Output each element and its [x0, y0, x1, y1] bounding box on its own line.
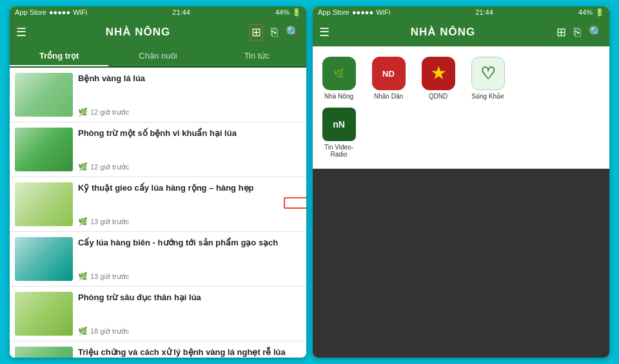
copy-icon-left[interactable]: ⎘	[271, 26, 278, 39]
wifi-right: WiFi	[376, 8, 390, 16]
leaf-icon-3: 🌿	[78, 217, 88, 226]
news-title-2: Phòng trừ một số bệnh vi khuẩn hại lúa	[78, 128, 301, 139]
news-title-6: Triệu chứng và cách xử lý bệnh vàng lá n…	[78, 347, 301, 358]
left-phone: App Store ●●●●● WiFi 21:44 44% 🔋 ☰ NHÀ N…	[10, 6, 306, 358]
app-item-nn[interactable]: nN Tin Video-Radio	[318, 108, 360, 158]
app-icon-nn: nN	[322, 108, 356, 141]
tab-trong-trot[interactable]: Trồng trọt	[10, 46, 108, 66]
news-content-4: Cấy lúa hàng biên - hướng tới sản phẩm g…	[78, 237, 301, 281]
news-title-4: Cấy lúa hàng biên - hướng tới sản phẩm g…	[78, 237, 301, 249]
news-time-2: 🌿 12 giờ trước	[78, 162, 301, 171]
news-time-text-4: 13 giờ trước	[90, 273, 129, 281]
menu-icon-left[interactable]: ☰	[16, 25, 26, 39]
tab-chan-nuoi[interactable]: Chăn nuôi	[108, 46, 207, 66]
news-time-3: 🌿 13 giờ trước	[78, 217, 301, 226]
app-icon-qdnd: ★	[422, 57, 455, 90]
app-icon-songkhoe: ♡	[471, 57, 505, 90]
header-right: ☰ NHÀ NÔNG ⊞ ⎘ 🔍	[313, 18, 609, 46]
news-time-4: 🌿 13 giờ trước	[78, 272, 301, 281]
news-content-3: Kỹ thuật gieo cấy lúa hàng rộng – hàng h…	[78, 182, 301, 226]
news-content-2: Phòng trừ một số bệnh vi khuẩn hại lúa 🌿…	[78, 128, 301, 171]
wifi-left: WiFi	[73, 8, 87, 16]
app-item-songkhoe[interactable]: ♡ Sống Khỏe	[467, 57, 509, 100]
grid-icon-left[interactable]: ⊞	[250, 24, 263, 41]
carrier-right: App Store	[318, 8, 349, 16]
status-left-right: App Store ●●●●● WiFi	[318, 8, 390, 16]
header-title-right: NHÀ NÔNG	[411, 26, 476, 39]
news-time-text-1: 12 giờ trước	[90, 108, 129, 117]
status-right-right: 44% 🔋	[578, 8, 604, 17]
news-item-4[interactable]: Cấy lúa hàng biên - hướng tới sản phẩm g…	[10, 232, 306, 287]
right-phone: App Store ●●●●● WiFi 21:44 44% 🔋 ☰ NHÀ N…	[313, 6, 609, 358]
news-content-6: Triệu chứng và cách xử lý bệnh vàng lá n…	[78, 347, 301, 358]
status-right-left: 44% 🔋	[275, 8, 301, 17]
app-item-qdnd[interactable]: ★ QDND	[417, 57, 459, 100]
news-title-5: Phòng trừ sâu đục thân hại lúa	[78, 292, 301, 303]
app-label-songkhoe: Sống Khỏe	[471, 93, 504, 100]
app-icon-nhanong: 🌿	[322, 57, 356, 90]
news-list-wrapper: Bệnh vàng lá lúa 🌿 12 giờ trước Phòng tr…	[10, 68, 306, 358]
news-thumb-3	[15, 182, 73, 226]
app-grid-row1: 🌿 Nhà Nông ND Nhân Dân ★ QDND ♡ Sống Khỏ…	[318, 54, 604, 102]
header-icons-right: ⊞ ⎘ 🔍	[556, 25, 603, 39]
time-left: 21:44	[172, 8, 190, 16]
news-thumb-4	[15, 237, 73, 281]
leaf-icon-4: 🌿	[78, 272, 88, 281]
nhanong-leaf: 🌿	[333, 68, 344, 79]
app-item-nhanong[interactable]: 🌿 Nhà Nông	[318, 57, 360, 100]
signal-dots-left: ●●●●●	[49, 8, 70, 16]
news-item-5[interactable]: Phòng trừ sâu đục thân hại lúa 🌿 18 giờ …	[10, 287, 306, 341]
copy-icon-right[interactable]: ⎘	[574, 26, 581, 39]
grid-icon-right[interactable]: ⊞	[556, 25, 566, 39]
arrow-annotation	[284, 191, 306, 218]
app-label-qdnd: QDND	[429, 93, 447, 100]
battery-pct-right: 44%	[578, 8, 593, 16]
app-icon-nhandan: ND	[372, 57, 406, 90]
header-icons-left: ⊞ ⎘ 🔍	[250, 24, 300, 41]
news-time-text-2: 12 giờ trước	[90, 163, 129, 171]
news-content-1: Bệnh vàng lá lúa 🌿 12 giờ trước	[78, 73, 301, 117]
news-list: Bệnh vàng lá lúa 🌿 12 giờ trước Phòng tr…	[10, 68, 306, 358]
news-time-text-5: 18 giờ trước	[90, 327, 129, 336]
signal-dots-right: ●●●●●	[352, 8, 373, 16]
carrier-left: App Store	[15, 8, 46, 16]
leaf-icon-2: 🌿	[78, 162, 88, 171]
news-thumb-1	[15, 73, 73, 117]
news-time-text-3: 13 giờ trước	[90, 218, 129, 226]
app-label-nn: Tin Video-Radio	[318, 144, 360, 158]
battery-icon-left: 🔋	[292, 8, 301, 17]
app-grid-overlay: 🌿 Nhà Nông ND Nhân Dân ★ QDND ♡ Sống Khỏ…	[313, 46, 609, 169]
news-thumb-5	[15, 292, 73, 336]
search-icon-right[interactable]: 🔍	[589, 25, 603, 39]
news-title-3: Kỹ thuật gieo cấy lúa hàng rộng – hàng h…	[78, 182, 301, 194]
tabs-left: Trồng trọt Chăn nuôi Tin tức	[10, 46, 306, 68]
header-title-left: NHÀ NÔNG	[106, 26, 171, 39]
news-thumb-2	[15, 128, 73, 171]
svg-rect-2	[285, 198, 306, 207]
news-time-5: 🌿 18 giờ trước	[78, 327, 301, 336]
battery-icon-right: 🔋	[595, 8, 604, 17]
search-icon-left[interactable]: 🔍	[286, 25, 300, 39]
app-item-nhandan[interactable]: ND Nhân Dân	[368, 57, 409, 100]
news-title-1: Bệnh vàng lá lúa	[78, 73, 301, 84]
status-bar-left: App Store ●●●●● WiFi 21:44 44% 🔋	[10, 6, 306, 18]
header-left: ☰ NHÀ NÔNG ⊞ ⎘ 🔍	[10, 18, 306, 46]
app-grid-row2: nN Tin Video-Radio	[318, 102, 604, 160]
time-right: 21:44	[475, 8, 493, 16]
app-label-nhanong: Nhà Nông	[324, 93, 353, 100]
news-content-5: Phòng trừ sâu đục thân hại lúa 🌿 18 giờ …	[78, 292, 301, 336]
status-left: App Store ●●●●● WiFi	[15, 8, 87, 16]
menu-icon-right[interactable]: ☰	[319, 25, 329, 39]
news-item-6[interactable]: Triệu chứng và cách xử lý bệnh vàng lá n…	[10, 341, 306, 358]
app-label-nhandan: Nhân Dân	[374, 93, 403, 100]
news-item-2[interactable]: Phòng trừ một số bệnh vi khuẩn hại lúa 🌿…	[10, 122, 306, 177]
news-item-3[interactable]: Kỹ thuật gieo cấy lúa hàng rộng – hàng h…	[10, 177, 306, 232]
news-item-1[interactable]: Bệnh vàng lá lúa 🌿 12 giờ trước	[10, 68, 306, 122]
leaf-icon-5: 🌿	[78, 327, 88, 336]
tab-tin-tuc[interactable]: Tin tức	[208, 46, 306, 66]
news-time-1: 🌿 12 giờ trước	[78, 108, 301, 117]
news-thumb-6	[15, 347, 73, 358]
status-bar-right: App Store ●●●●● WiFi 21:44 44% 🔋	[313, 6, 609, 18]
dark-content-area	[313, 169, 609, 358]
battery-pct-left: 44%	[275, 8, 290, 16]
